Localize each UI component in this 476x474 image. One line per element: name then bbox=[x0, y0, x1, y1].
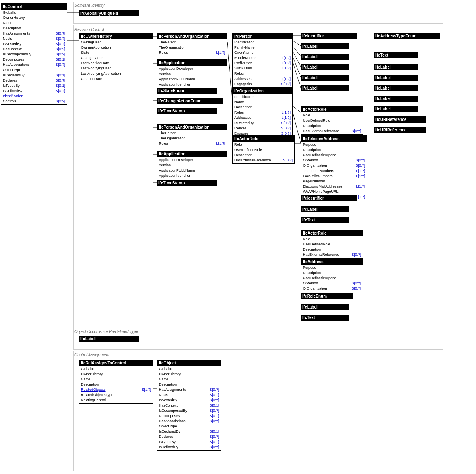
ifc-change-action-enum: IfcChangeActionEnum bbox=[157, 98, 223, 104]
ifc-text-1: IfcText bbox=[301, 217, 349, 223]
ifc-timestamp-2: IfcTimeStamp bbox=[157, 180, 217, 186]
ifc-text-3: IfcText bbox=[374, 52, 418, 58]
field-description: Description bbox=[3, 26, 21, 31]
ifc-rel-assigns-to-control-box: IfcRelAssignsToControl GlobalId OwnerHis… bbox=[79, 360, 153, 404]
ifc-label-9: IfcLabel bbox=[374, 75, 418, 81]
diagram: IfcControl GlobalId OwnerHistory Name De… bbox=[0, 0, 476, 474]
ifc-address-type-enum: IfcAddressTypeEnum bbox=[374, 33, 440, 39]
ifc-application-1-header: IfcApplication bbox=[157, 60, 227, 66]
ifc-timestamp-1: IfcTimeStamp bbox=[157, 108, 217, 114]
ifc-uri-reference-2: IfcURIReference bbox=[374, 127, 426, 133]
ifc-label-1: IfcLabel bbox=[301, 43, 349, 49]
field-istypedby: IsTypedBy bbox=[3, 83, 20, 88]
ifc-identifier-1: IfcIdentifier bbox=[301, 33, 357, 39]
ifc-object-box: IfcObject GlobalId OwnerHistory Name Des… bbox=[157, 360, 221, 451]
ifc-organization-header: IfcOrganization bbox=[233, 88, 292, 94]
ifc-role-enum: IfcRoleEnum bbox=[301, 293, 353, 299]
ifc-actor-role-2-header: IfcActorRole bbox=[301, 106, 363, 112]
ifc-actor-role-3-box: IfcActorRole Role UserDefinedRole Descri… bbox=[301, 230, 363, 258]
ifc-label-10: IfcLabel bbox=[374, 85, 418, 91]
ifc-label-bottom: IfcLabel bbox=[79, 336, 139, 342]
ifc-person-org-2-box: IfcPersonAndOrganization ThePerson TheOr… bbox=[157, 124, 227, 147]
ifc-label-7: IfcLabel bbox=[301, 304, 349, 310]
ifc-uri-reference-1: IfcURIReference bbox=[374, 116, 426, 123]
ifc-label-3: IfcLabel bbox=[301, 64, 349, 70]
field-hascontext: HasContext bbox=[3, 47, 22, 52]
ifc-actor-role-3-header: IfcActorRole bbox=[301, 230, 363, 236]
field-nests: Nests bbox=[3, 36, 12, 41]
ifc-person-org-1-box: IfcPersonAndOrganization ThePerson TheOr… bbox=[157, 33, 227, 56]
ifc-control-header: IfcControl bbox=[1, 4, 67, 10]
ifc-label-5: IfcLabel bbox=[301, 85, 349, 91]
ifc-address-header: IfcAddress bbox=[301, 259, 363, 265]
ifc-label-11: IfcLabel bbox=[374, 96, 418, 102]
ifc-application-2-box: IfcApplication ApplicationDeveloper Vers… bbox=[157, 151, 227, 179]
ifc-identifier-2: IfcIdentifier bbox=[301, 195, 357, 201]
field-isnestedby: IsNestedBy bbox=[3, 41, 21, 47]
ifc-person-org-2-header: IfcPersonAndOrganization bbox=[157, 124, 227, 130]
ifc-actor-role-1-header: IfcActorRole bbox=[233, 136, 294, 142]
ifc-label-12: IfcLabel bbox=[374, 106, 418, 112]
field-objecttype: ObjectType bbox=[3, 67, 21, 73]
field-isdeclaredby: IsDeclaredBy bbox=[3, 73, 25, 78]
field-hasassociations: HasAssociations bbox=[3, 62, 30, 67]
ifc-application-1-box: IfcApplication ApplicationDeveloper Vers… bbox=[157, 59, 227, 88]
field-globalid: GlobalId bbox=[3, 10, 16, 15]
ifc-person-org-1-header: IfcPersonAndOrganization bbox=[157, 33, 227, 39]
field-ownerhistory: OwnerHistory bbox=[3, 15, 25, 20]
field-name: Name bbox=[3, 20, 12, 26]
ifc-telecom-address-box: IfcTelecomAddress Purpose Description Us… bbox=[301, 135, 367, 200]
ifc-owner-history-box: IfcOwnerHistory OwningUser OwningApplica… bbox=[79, 33, 153, 82]
ifc-label-6: IfcLabel bbox=[301, 206, 349, 212]
ifc-label-4: IfcLabel bbox=[301, 75, 349, 81]
ifc-object-header: IfcObject bbox=[157, 360, 221, 366]
field-declares: Declares bbox=[3, 78, 17, 83]
ifc-address-box: IfcAddress Purpose Description UserDefin… bbox=[301, 258, 363, 292]
field-identification: Identification bbox=[3, 94, 23, 99]
ifc-organization-box: IfcOrganization Identification Name Desc… bbox=[232, 88, 293, 137]
ifc-actor-role-2-box: IfcActorRole Role UserDefinedRole Descri… bbox=[301, 106, 363, 135]
ifc-text-2: IfcText bbox=[301, 315, 349, 321]
field-controls: Controls bbox=[3, 99, 16, 104]
ifc-owner-history-header: IfcOwnerHistory bbox=[79, 33, 153, 39]
ifc-telecom-address-header: IfcTelecomAddress bbox=[301, 136, 367, 142]
ifc-person-header: IfcPerson bbox=[233, 33, 292, 39]
ifc-label-2: IfcLabel bbox=[301, 54, 349, 60]
field-hasassignments: HasAssignments bbox=[3, 31, 30, 36]
ifc-globally-unique-id: IfcGloballyUniqueId bbox=[79, 10, 139, 16]
field-decomposes: Decomposes bbox=[3, 57, 24, 62]
ifc-state-enum: IfcStateEnum bbox=[157, 88, 217, 94]
field-isdefinedby: IsDefinedBy bbox=[3, 88, 23, 94]
ifc-rel-assigns-to-control-header: IfcRelAssignsToControl bbox=[79, 360, 153, 366]
ifc-control-box: IfcControl GlobalId OwnerHistory Name De… bbox=[1, 3, 67, 105]
ifc-label-8: IfcLabel bbox=[374, 64, 418, 70]
ifc-actor-role-1-box: IfcActorRole Role UserDefinedRole Descri… bbox=[232, 135, 295, 164]
field-isdecomposedby: IsDecomposedBy bbox=[3, 52, 31, 57]
ifc-person-box: IfcPerson Identification FamilyName Give… bbox=[232, 33, 293, 88]
ifc-application-2-header: IfcApplication bbox=[157, 151, 227, 157]
